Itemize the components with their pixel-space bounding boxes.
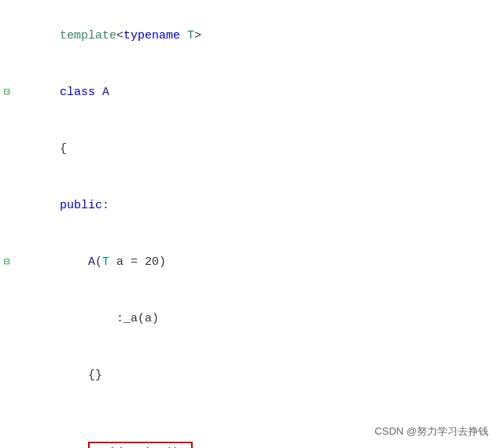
gutter-5: ⊟	[0, 253, 14, 272]
code-line-2: ⊟ class A	[0, 64, 501, 121]
line-content-7: {}	[14, 347, 501, 404]
fold-icon-2[interactable]: ⊟	[4, 83, 10, 102]
code-line-4: public:	[0, 178, 501, 234]
line-content-1: template<typename T>	[14, 8, 501, 64]
code-line-6: :_a(a)	[0, 291, 501, 347]
constructor-name: A	[88, 255, 95, 269]
gutter-2: ⊟	[0, 83, 14, 102]
line-content-8	[14, 404, 501, 423]
line-content-5: A(T a = 20)	[14, 234, 501, 291]
code-line-1: template<typename T>	[0, 8, 501, 64]
param-type: T	[102, 255, 109, 269]
line-content-2: class A	[14, 64, 501, 121]
class-name-A: A	[102, 86, 109, 99]
keyword-typename: typename	[123, 29, 180, 42]
code-line-3: {	[0, 121, 501, 178]
line-content-4: public:	[14, 178, 501, 234]
line-content-3: {	[14, 121, 501, 178]
highlight-box-print-decl: void print();	[88, 442, 193, 448]
line-content-6: :_a(a)	[14, 291, 501, 347]
code-editor: template<typename T> ⊟ class A { public:…	[0, 0, 501, 448]
keyword-public: public	[60, 199, 102, 212]
watermark: CSDN @努力学习去挣钱	[374, 424, 488, 439]
code-line-5: ⊟ A(T a = 20)	[0, 234, 501, 291]
keyword-class: class	[60, 86, 95, 99]
code-line-7: {}	[0, 347, 501, 404]
type-T: T	[187, 29, 194, 42]
keyword-template: template	[60, 29, 116, 42]
fold-icon-5[interactable]: ⊟	[4, 253, 10, 272]
code-line-8	[0, 404, 501, 423]
